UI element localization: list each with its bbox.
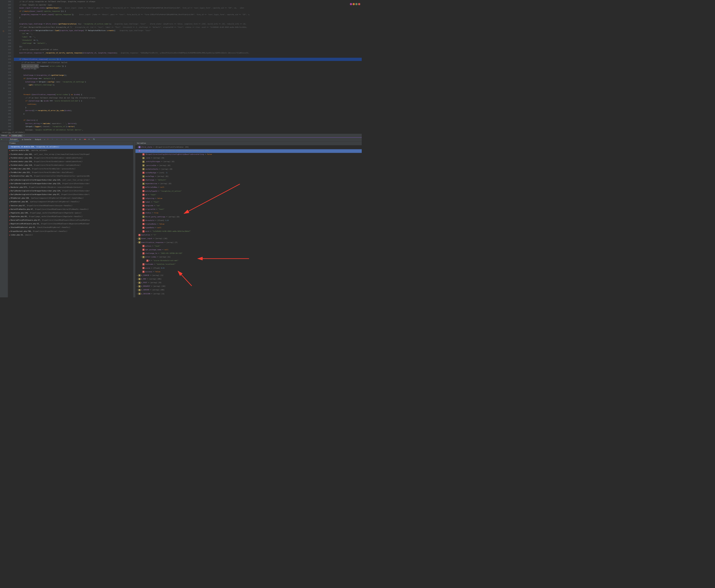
variable-row[interactable]: ▸≡$_SESSION = [array] [3] — [135, 292, 362, 296]
frame-row[interactable]: NegotiationMiddleware.php:52, Drupal\Cor… — [8, 222, 133, 226]
view-breakpoints-icon[interactable]: ●● — [84, 138, 86, 141]
frame-row[interactable]: index.php:19, {main}() — [8, 233, 133, 237]
mute-breakpoints-icon[interactable] — [47, 138, 50, 141]
frame-row[interactable]: EarlyRenderingControllerWrapperSubscribe… — [8, 178, 133, 182]
frames-list[interactable]: recaptcha_v3.module:224, recaptcha_v3_va… — [8, 145, 133, 297]
frame-row[interactable]: FormController.php:73, Drupal\Core\Contr… — [8, 174, 133, 178]
variable-row[interactable]: fapk_package_name = null — [135, 248, 362, 252]
variable-row[interactable]: ≡cacheTags = [array] [0] — [135, 175, 362, 178]
variable-row[interactable]: ▸≡$_POST = [array] [9] — [135, 281, 362, 285]
debug-body: Frames recaptcha_v3.module:224, recaptch… — [0, 142, 362, 297]
frames-header: Frames — [8, 142, 133, 145]
frame-row[interactable]: HttpKernel.php:80, Symfony\Component\Htt… — [8, 200, 133, 204]
step-over-icon[interactable] — [52, 138, 54, 141]
debug-file-dot: ● — [9, 134, 10, 137]
frame-row[interactable]: EarlyRenderingControllerWrapperSubscribe… — [8, 193, 133, 196]
variable-row[interactable]: ▾{}$recaptcha_v3 = {Drupal\recaptcha_v3\… — [135, 149, 362, 153]
variable-row[interactable]: ≡_entityStorages = [array] [0] — [135, 160, 362, 164]
evaluate-icon[interactable] — [75, 138, 77, 141]
variable-row[interactable]: f*Drupal\Core\Config\Entity\ConfigEntity… — [135, 153, 362, 157]
panel-resize-handle[interactable] — [133, 142, 135, 297]
variable-row[interactable]: ftrustedData = false — [135, 223, 362, 226]
close-icon[interactable]: × — [24, 134, 24, 137]
run-to-cursor-icon[interactable] — [70, 138, 73, 141]
settings-icon[interactable]: ⚙ — [88, 138, 91, 141]
variables-tree[interactable]: ▸{}$form_state = {Drupal\Core\Form\FormS… — [135, 145, 362, 297]
frame-row[interactable]: FormValidator.php:280, call_user_func_ar… — [8, 152, 133, 156]
tab-console[interactable]: ▤ Console — [21, 138, 32, 141]
variable-row[interactable]: fisSyncing = false — [135, 197, 362, 201]
variable-row[interactable]: fsuccess = false — [135, 270, 362, 274]
variable-row[interactable]: ▸≡$_COOKIE = [array] [1] — [135, 274, 362, 277]
variable-row[interactable]: ▸≡$user_input = [array] [10] — [135, 237, 362, 241]
variable-row[interactable]: fcacheMaxAge = [int] -1 — [135, 171, 362, 175]
variable-row[interactable]: ▾≡error-codes = [array] [1] — [135, 256, 362, 259]
variable-row[interactable]: ▾≡$verification_response = [array] [7] — [135, 241, 362, 245]
frame-row[interactable]: PageCache.php:85, Drupal\page_cache\Stac… — [8, 215, 133, 218]
line-number-gutter: 206207208✓209210211212213214215ⓘ21621721… — [2, 0, 14, 131]
debug-left-toolbar — [0, 142, 8, 297]
tab-debugger[interactable]: Debugger — [9, 138, 19, 141]
variable-row[interactable]: foriginalId = "test" — [135, 208, 362, 212]
variable-row[interactable]: fchallenge = "default" — [135, 179, 362, 182]
debug-tab-bar: Debug: ● index.php × — [0, 134, 362, 138]
evaluate-icon-2[interactable] — [79, 138, 82, 141]
frame-row[interactable]: captcha.module:501, captcha_validate — [8, 149, 133, 152]
frame-row[interactable]: recaptcha_v3.module:224, recaptcha_v3_va… — [8, 145, 133, 149]
frame-row[interactable]: Session.php:57, Drupal\Core\StackMiddlew… — [8, 204, 133, 208]
force-step-into-icon[interactable] — [61, 138, 63, 141]
resume-icon[interactable] — [1, 138, 4, 141]
close-output-icon[interactable]: × — [44, 139, 45, 141]
variable-row[interactable]: ▸≡$_ENV = [array] [85] — [135, 277, 362, 281]
debug-toolbar: | Debugger ▤ Console Output × ●● ⚙ — [0, 138, 362, 142]
variable-row[interactable]: fstatus = true — [135, 212, 362, 215]
step-into-icon[interactable] — [57, 138, 59, 141]
frame-row[interactable]: KernelPreHandle.php:47, Drupal\Core\Stac… — [8, 208, 133, 211]
variable-row[interactable]: ≡_core = [array] [0] — [135, 157, 362, 160]
variable-row[interactable]: fentityTypeId = "recaptcha_v3_action" — [135, 190, 362, 193]
variable-row[interactable]: fthreshold = [float] 1.0 — [135, 219, 362, 223]
variable-row[interactable]: ▸{}$form_state = {Drupal\Core\Form\FormS… — [135, 146, 362, 149]
frame-row[interactable]: FormValidator.php:236, Drupal\Core\Form\… — [8, 160, 133, 164]
variable-row[interactable]: ≡dependencies = [array] [0] — [135, 182, 362, 186]
frame-row[interactable]: FormBuilder.php:589, Drupal\Core\Form\Fo… — [8, 167, 133, 171]
debug-file-tab[interactable]: index.php — [11, 134, 23, 137]
variable-row[interactable]: ftypedData = null — [135, 226, 362, 230]
variable-row[interactable]: f0 = "score-threshold-not-met" — [135, 259, 362, 263]
variable-row[interactable]: ▸≡$_SERVER = [array] [90] — [135, 289, 362, 292]
frame-row[interactable]: HttpKernel.php:158, Symfony\Component\Ht… — [8, 196, 133, 200]
thread-dump-icon[interactable] — [93, 138, 96, 141]
variable-row[interactable]: fuuid = "1c5d5d42-4c90-4903-ae8a-8d9cfec… — [135, 230, 362, 234]
tab-output[interactable]: Output — [34, 138, 42, 141]
frame-row[interactable]: PageCache.php:106, Drupal\page_cache\Sta… — [8, 211, 133, 215]
frame-row[interactable]: FormValidator.php:118, Drupal\Core\Form\… — [8, 164, 133, 167]
debug-title: Debug: — [1, 134, 7, 137]
frame-row[interactable]: EarlyRenderingControllerWrapperSubscribe… — [8, 189, 133, 193]
frame-row[interactable]: EarlyRenderingControllerWrapperSubscribe… — [8, 182, 133, 186]
variable-row[interactable]: ≡_serviceIds = [array] [0] — [135, 164, 362, 168]
variable-row[interactable]: ≡cacheContexts = [array] [0] — [135, 168, 362, 171]
step-out-icon[interactable] — [65, 138, 68, 141]
frame-row[interactable]: DrupalKernel.php:706, Drupal\Core\Drupal… — [8, 230, 133, 233]
variable-row[interactable]: f$solution = "1" — [135, 234, 362, 237]
frame-row[interactable]: FormBuilder.php:321, Drupal\Core\Form\Fo… — [8, 171, 133, 174]
variable-row[interactable]: fid = "test" — [135, 193, 362, 197]
frame-row[interactable]: FormValidator.php:280, Drupal\Core\Form\… — [8, 156, 133, 160]
variable-row[interactable]: flabel = "Test" — [135, 201, 362, 204]
frame-row[interactable]: StackedHttpKernel.php:23, Stack\StackedH… — [8, 226, 133, 229]
variable-row[interactable]: fscore = [float] 0.9 — [135, 267, 362, 270]
variable-row[interactable]: faction = "test" — [135, 245, 362, 248]
variable-row[interactable]: ▸≡$_REQUEST = [array] [10] — [135, 285, 362, 289]
variable-row[interactable]: fenforceIsNew = null — [135, 186, 362, 190]
frames-panel: Frames recaptcha_v3.module:224, recaptch… — [8, 142, 133, 297]
code-editor[interactable]: // So if using recaptcha as fallback cha… — [14, 0, 362, 131]
frame-row[interactable]: Renderer.php:573, Drupal\Core\Render\Ren… — [8, 186, 133, 189]
frame-row[interactable]: ReverseProxyMiddleware.php:47, Drupal\Co… — [8, 218, 133, 222]
variable-row[interactable]: fhostname = "modules.localhost" — [135, 263, 362, 267]
variables-panel: Variables ▸{}$form_state = {Drupal\Core\… — [135, 142, 362, 297]
editor-breadcrumb[interactable]: recaptcha_v3_validate() — [0, 131, 362, 134]
variable-row[interactable]: ≡third_party_settings = [array] [0] — [135, 215, 362, 219]
variable-row[interactable]: fchallenge_ts = "2021-05-19T08:28:33Z" — [135, 252, 362, 255]
variable-row[interactable]: flangcode = "en" — [135, 204, 362, 208]
editor-area: 206207208✓209210211212213214215ⓘ21621721… — [0, 0, 362, 131]
